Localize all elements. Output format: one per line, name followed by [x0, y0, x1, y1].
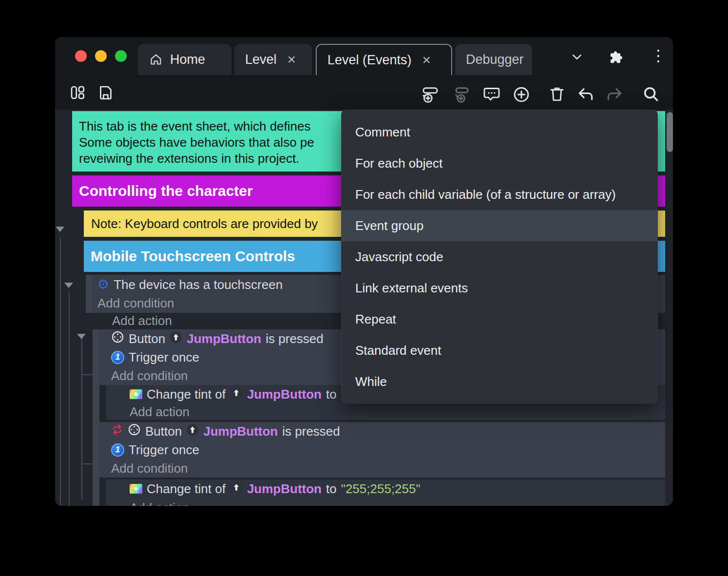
home-icon [149, 52, 163, 67]
tab-label: Debugger [466, 52, 524, 67]
tree-guide-stub [81, 374, 93, 375]
tree-guide-line [81, 339, 82, 499]
action-area: Change tint of JumpButton to "255;255;25… [106, 480, 665, 506]
tree-guide-line [69, 292, 70, 506]
group-title: Controlling the character [79, 183, 253, 199]
tab-level[interactable]: Level × [234, 44, 312, 75]
jumpbutton-instance-icon [230, 481, 243, 497]
layout-panels-icon[interactable] [69, 84, 86, 101]
instance-name: JumpButton [247, 387, 322, 402]
object-name: Button [145, 424, 182, 439]
object-name: Button [129, 331, 165, 346]
close-window-button[interactable] [75, 50, 87, 62]
search-icon[interactable] [642, 85, 660, 103]
menu-item-javascript-code[interactable]: Javascript code [342, 241, 657, 272]
close-tab-icon[interactable]: × [422, 53, 431, 67]
condition-predicate: is pressed [266, 331, 324, 346]
tint-rainbow-icon [130, 389, 142, 399]
title-bar: Home Level × Level (Events) × Debugger ⋮ [55, 37, 673, 75]
menu-item-for-each-object[interactable]: For each object [342, 148, 657, 179]
button-plugin-icon [111, 330, 124, 347]
add-event-context-menu: Comment For each object For each child v… [341, 110, 658, 403]
action-text: Change tint of [147, 481, 226, 497]
add-action-circle-icon[interactable] [512, 85, 531, 104]
add-action-link[interactable]: Add action [106, 498, 665, 506]
add-sub-event-icon[interactable] [451, 85, 471, 104]
window-menu-kebab-icon[interactable]: ⋮ [651, 48, 666, 63]
screenshot-stage: Home Level × Level (Events) × Debugger ⋮ [0, 0, 728, 576]
event-sheet-toolbar [55, 75, 673, 110]
app-window: Home Level × Level (Events) × Debugger ⋮ [55, 37, 673, 506]
jumpbutton-instance-icon [170, 331, 182, 347]
comment-line: Note: Keyboard controls are provided by [91, 216, 318, 231]
system-gear-icon: ⚙ [97, 278, 109, 291]
action-change-tint[interactable]: Change tint of JumpButton to "255;255;25… [106, 480, 665, 498]
menu-item-for-each-child-variable[interactable]: For each child variable (of a structure … [342, 179, 657, 210]
condition-predicate: is pressed [282, 424, 340, 439]
trigger-once-icon: 1 [111, 351, 124, 364]
menu-item-repeat[interactable]: Repeat [342, 304, 657, 335]
tab-debugger[interactable]: Debugger [455, 44, 532, 75]
menu-item-link-external-events[interactable]: Link external events [342, 272, 657, 304]
action-text: to [326, 387, 337, 402]
event-margin[interactable] [93, 329, 99, 506]
add-action-link[interactable]: Add action [106, 403, 665, 420]
collapse-arrow-icon[interactable] [64, 283, 73, 288]
instance-name: JumpButton [187, 331, 261, 346]
menu-item-standard-event[interactable]: Standard event [342, 335, 657, 366]
redo-icon[interactable] [605, 85, 624, 103]
tab-level-events[interactable]: Level (Events) × [316, 44, 452, 75]
delete-icon[interactable] [548, 85, 566, 103]
tab-home[interactable]: Home [138, 44, 231, 75]
menu-item-event-group[interactable]: Event group [342, 210, 657, 241]
condition-text: Trigger once [129, 350, 199, 365]
instance-name: JumpButton [247, 481, 322, 497]
add-event-icon[interactable] [421, 85, 440, 104]
trigger-once-icon: 1 [111, 443, 124, 457]
condition-text: The device has a touchscreen [114, 277, 283, 292]
button-plugin-icon [128, 423, 141, 440]
save-icon[interactable] [97, 84, 115, 101]
tree-guide-line [60, 237, 61, 506]
inverted-condition-icon [111, 423, 123, 439]
tab-label: Home [170, 52, 205, 67]
event-margin[interactable] [86, 275, 93, 313]
tree-guide-stub [81, 463, 93, 464]
vertical-scrollbar-thumb[interactable] [667, 112, 673, 152]
menu-item-while[interactable]: While [342, 366, 657, 397]
undo-icon[interactable] [576, 85, 595, 103]
tab-overflow-chevron-icon[interactable] [570, 51, 584, 63]
minimize-window-button[interactable] [95, 50, 107, 62]
addons-puzzle-icon[interactable] [609, 50, 624, 65]
collapse-arrow-icon[interactable] [77, 334, 86, 339]
group-title: Mobile Touchscreen Controls [91, 248, 295, 265]
add-comment-icon[interactable] [482, 85, 501, 104]
tint-rainbow-icon [130, 484, 142, 494]
menu-item-comment[interactable]: Comment [342, 116, 657, 148]
close-tab-icon[interactable]: × [287, 52, 296, 67]
tab-label: Level [245, 52, 277, 67]
action-text: Change tint of [147, 387, 226, 402]
tab-label: Level (Events) [327, 53, 412, 68]
event-block-jumpbutton-pressed-inverted[interactable]: Button JumpButton is pressed 1 Trigger o… [99, 422, 665, 478]
condition-text: Trigger once [129, 442, 199, 458]
jumpbutton-instance-icon [186, 423, 199, 440]
fullscreen-window-button[interactable] [115, 50, 127, 62]
action-text: to [326, 481, 337, 497]
jumpbutton-instance-icon [230, 386, 243, 403]
action-value: "255;255;255" [341, 481, 421, 497]
collapse-arrow-icon[interactable] [56, 227, 64, 232]
instance-name: JumpButton [203, 424, 278, 439]
add-condition-link[interactable]: Add condition [99, 459, 665, 478]
